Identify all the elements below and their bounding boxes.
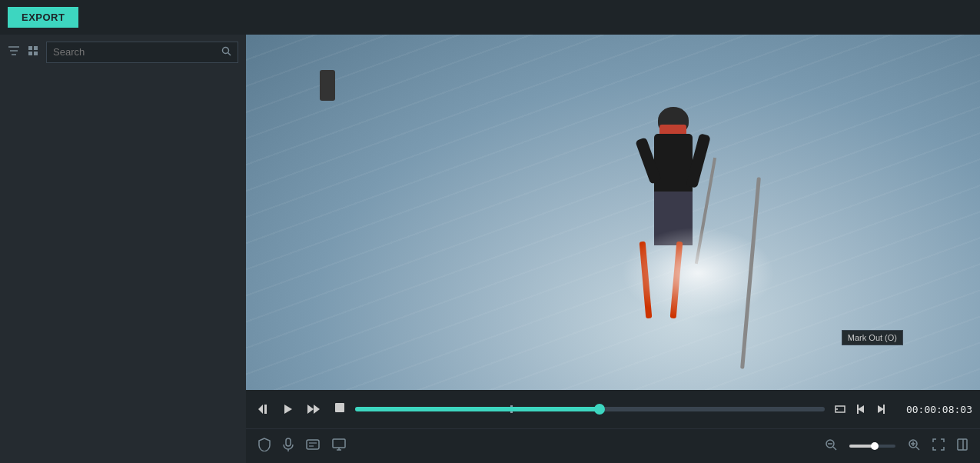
mark-out-button[interactable]: [872, 401, 889, 417]
svg-rect-14: [335, 403, 344, 412]
search-input[interactable]: [53, 46, 221, 58]
progress-handle[interactable]: [594, 404, 605, 415]
playback-bar: 00:00:08:03: [246, 390, 980, 428]
svg-marker-11: [284, 405, 292, 414]
svg-rect-6: [34, 52, 38, 55]
volume-slider-container: [849, 445, 895, 448]
playback-right-controls: [831, 401, 889, 417]
svg-line-8: [228, 52, 231, 55]
panel-toggle-icon[interactable]: [957, 438, 968, 454]
svg-rect-4: [34, 46, 38, 50]
svg-rect-26: [333, 439, 345, 448]
top-row: EXPORT: [0, 0, 980, 35]
shield-icon[interactable]: [258, 438, 271, 455]
search-box: [46, 42, 238, 63]
zoom-out-icon[interactable]: [825, 438, 837, 454]
top-row-right: [246, 0, 980, 35]
svg-point-7: [223, 47, 229, 53]
mark-in-button[interactable]: [852, 401, 869, 417]
skip-to-start-button[interactable]: [254, 401, 272, 417]
filter-icon[interactable]: [8, 45, 20, 58]
zoom-in-icon[interactable]: [908, 438, 920, 454]
svg-rect-10: [264, 405, 267, 414]
left-panel-toolbar: [0, 35, 246, 69]
progress-bar[interactable]: [355, 407, 825, 411]
subtitle-icon[interactable]: [306, 439, 320, 453]
time-display: 00:00:08:03: [895, 404, 972, 415]
svg-line-31: [833, 447, 836, 450]
svg-rect-23: [307, 440, 319, 449]
svg-marker-13: [314, 405, 320, 414]
video-frame: [246, 35, 980, 390]
svg-rect-21: [286, 438, 291, 446]
grid-icon[interactable]: [28, 45, 38, 58]
svg-marker-9: [258, 405, 263, 414]
monitor-icon[interactable]: [332, 438, 346, 454]
bottom-toolbar: [246, 428, 980, 463]
progress-fill: [355, 407, 600, 411]
svg-marker-12: [307, 405, 314, 414]
svg-rect-5: [28, 52, 32, 55]
top-row-left: EXPORT: [0, 0, 246, 35]
main-area: Mark Out (O): [0, 35, 980, 463]
bottom-right-icons: [825, 438, 968, 454]
svg-marker-18: [858, 405, 864, 413]
play-button[interactable]: [278, 401, 297, 417]
video-container: Mark Out (O): [246, 35, 980, 390]
export-button[interactable]: EXPORT: [8, 7, 78, 28]
video-area: Mark Out (O): [246, 35, 980, 463]
search-icon: [221, 46, 231, 58]
volume-slider[interactable]: [849, 445, 895, 448]
play-fast-button[interactable]: [303, 401, 324, 417]
volume-handle[interactable]: [871, 442, 879, 450]
mark-frame-button[interactable]: [831, 401, 849, 417]
svg-marker-20: [878, 405, 884, 413]
mic-icon[interactable]: [283, 438, 294, 455]
svg-rect-36: [958, 439, 967, 450]
left-panel-body: [0, 69, 246, 463]
svg-rect-3: [28, 46, 32, 50]
background-skier: [320, 70, 335, 101]
svg-line-35: [916, 447, 919, 450]
expand-icon[interactable]: [932, 438, 945, 454]
left-panel: [0, 35, 246, 463]
stop-button[interactable]: [331, 400, 349, 418]
